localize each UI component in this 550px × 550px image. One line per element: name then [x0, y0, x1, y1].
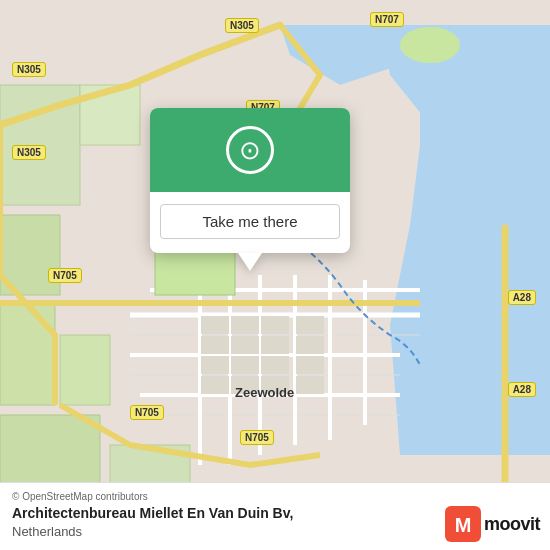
city-label-zeewolde: Zeewolde: [235, 385, 294, 400]
svg-rect-38: [201, 376, 229, 394]
map-svg: [0, 0, 550, 550]
svg-rect-35: [231, 356, 259, 374]
road-label-n305-left: N305: [12, 62, 46, 77]
road-label-n707: N707: [370, 12, 404, 27]
svg-rect-34: [201, 356, 229, 374]
bottom-bar: © OpenStreetMap contributors Architecten…: [0, 482, 550, 550]
road-label-a28-2: A28: [508, 382, 536, 397]
svg-rect-28: [261, 316, 289, 334]
road-label-n305-mid: N305: [12, 145, 46, 160]
svg-rect-29: [296, 316, 324, 334]
popup-tail: [238, 253, 262, 271]
location-name: Architectenbureau Miellet En Van Duin Bv…: [12, 505, 293, 521]
map-container: N305 N305 N305 N705 N705 N705 N707 N707 …: [0, 0, 550, 550]
svg-rect-10: [60, 335, 110, 405]
svg-point-5: [400, 27, 460, 63]
svg-rect-33: [296, 336, 324, 354]
road-label-a28-1: A28: [508, 290, 536, 305]
moovit-icon: M: [445, 506, 481, 542]
svg-rect-36: [261, 356, 289, 374]
svg-text:M: M: [455, 514, 472, 536]
svg-rect-41: [296, 376, 324, 394]
road-label-n705-mid: N705: [48, 268, 82, 283]
location-pin-icon: ⊙: [239, 137, 261, 163]
svg-rect-26: [201, 316, 229, 334]
location-country: Netherlands: [12, 524, 82, 539]
popup-header: ⊙: [150, 108, 350, 192]
svg-rect-9: [0, 305, 55, 405]
svg-rect-30: [201, 336, 229, 354]
popup-card: ⊙ Take me there: [150, 108, 350, 253]
svg-rect-31: [231, 336, 259, 354]
location-icon-circle: ⊙: [226, 126, 274, 174]
svg-rect-32: [261, 336, 289, 354]
road-label-n705-bot: N705: [240, 430, 274, 445]
road-label-n305-bot: N705: [130, 405, 164, 420]
svg-rect-37: [296, 356, 324, 374]
take-me-there-button[interactable]: Take me there: [160, 204, 340, 239]
moovit-logo: M moovit: [445, 506, 540, 542]
popup-body: Take me there: [150, 192, 350, 253]
road-label-n305-top: N305: [225, 18, 259, 33]
svg-rect-27: [231, 316, 259, 334]
copyright-text: © OpenStreetMap contributors: [12, 491, 538, 502]
moovit-brand-text: moovit: [484, 514, 540, 535]
